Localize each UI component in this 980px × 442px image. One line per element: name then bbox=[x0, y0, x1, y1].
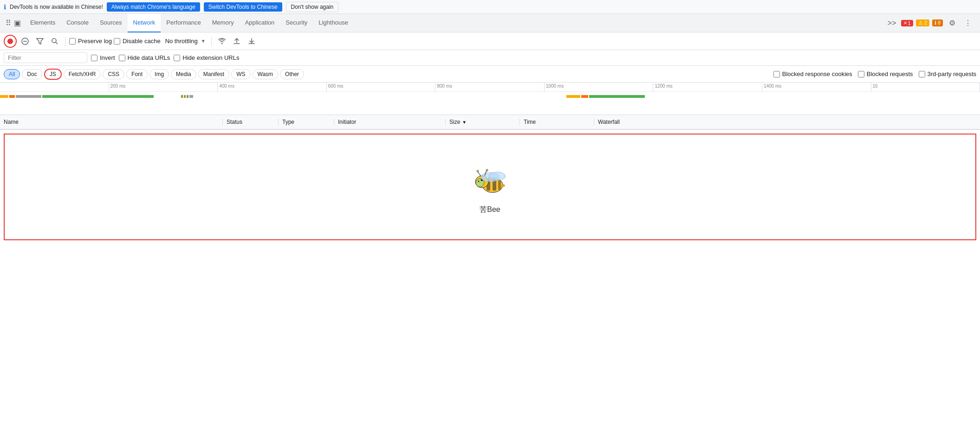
warn-badge: ⚠ 2 bbox=[916, 19, 929, 26]
network-conditions-button[interactable] bbox=[215, 35, 228, 48]
filter-icon bbox=[36, 38, 44, 45]
tick-1200: 1200 ms bbox=[653, 83, 762, 91]
hide-extension-urls-label[interactable]: Hide extension URLs bbox=[174, 54, 239, 61]
blocked-response-cookies-label[interactable]: Blocked response cookies bbox=[773, 70, 852, 77]
timeline-bars bbox=[0, 93, 980, 114]
blocked-requests-checkbox[interactable] bbox=[858, 71, 864, 77]
svg-rect-12 bbox=[187, 95, 188, 98]
invert-label[interactable]: Invert bbox=[91, 54, 115, 61]
sort-arrow-icon: ▼ bbox=[462, 120, 467, 125]
match-language-button[interactable]: Always match Chrome's language bbox=[107, 2, 200, 12]
svg-line-4 bbox=[56, 42, 58, 44]
record-icon bbox=[7, 38, 13, 44]
timeline-svg bbox=[0, 93, 980, 114]
filter-media[interactable]: Media bbox=[171, 69, 196, 79]
info-badge: ℹ 8 bbox=[932, 19, 943, 26]
dock-icon[interactable]: ▣ bbox=[14, 19, 21, 27]
type-filter-row: All Doc JS Fetch/XHR CSS Font Img Media … bbox=[0, 66, 980, 83]
devtools-grid-icon[interactable]: ⠿ bbox=[6, 19, 11, 27]
invert-checkbox[interactable] bbox=[91, 55, 97, 61]
error-badge: ✕ 1 bbox=[901, 20, 913, 26]
tab-bar-right: >> ✕ 1 ⚠ 2 ℹ 8 ⚙ ⋮ bbox=[886, 17, 978, 30]
tab-lighthouse[interactable]: Lighthouse bbox=[313, 14, 354, 32]
svg-line-31 bbox=[478, 172, 481, 176]
tab-performance[interactable]: Performance bbox=[161, 14, 206, 32]
col-header-initiator[interactable]: Initiator bbox=[334, 119, 446, 125]
svg-point-27 bbox=[478, 180, 479, 182]
filter-row: Invert Hide data URLs Hide extension URL… bbox=[0, 50, 980, 66]
svg-rect-21 bbox=[498, 180, 501, 190]
svg-point-5 bbox=[221, 43, 222, 44]
filter-img[interactable]: Img bbox=[149, 69, 169, 79]
timeline-ruler: 200 ms 400 ms 600 ms 800 ms 1000 ms 1200… bbox=[0, 83, 980, 92]
tab-application[interactable]: Application bbox=[240, 14, 280, 32]
settings-button[interactable]: ⚙ bbox=[946, 17, 959, 30]
filter-all[interactable]: All bbox=[4, 69, 20, 79]
info-icon: ℹ bbox=[4, 3, 6, 11]
tab-security[interactable]: Security bbox=[280, 14, 313, 32]
svg-rect-13 bbox=[189, 95, 193, 98]
preserve-log-label[interactable]: Preserve log bbox=[69, 38, 112, 45]
col-header-name[interactable]: Name bbox=[0, 119, 223, 125]
svg-rect-8 bbox=[16, 95, 41, 98]
disable-cache-checkbox[interactable] bbox=[114, 38, 120, 45]
svg-rect-14 bbox=[566, 95, 580, 98]
hide-data-urls-label[interactable]: Hide data URLs bbox=[119, 54, 170, 61]
tab-sources[interactable]: Sources bbox=[94, 14, 128, 32]
filter-js[interactable]: JS bbox=[44, 69, 62, 80]
tab-elements[interactable]: Elements bbox=[25, 14, 61, 32]
tick-1400: 1400 ms bbox=[762, 83, 871, 91]
tick-200: 200 ms bbox=[109, 83, 218, 91]
more-tabs-button[interactable]: >> bbox=[886, 19, 898, 27]
clear-icon bbox=[21, 38, 29, 45]
devtools-icons: ⠿ ▣ bbox=[2, 19, 25, 27]
notification-bar: ℹ DevTools is now available in Chinese! … bbox=[0, 0, 980, 14]
tab-network[interactable]: Network bbox=[128, 14, 161, 32]
blocked-response-cookies-checkbox[interactable] bbox=[773, 71, 780, 77]
filter-doc[interactable]: Doc bbox=[22, 69, 42, 79]
blocked-requests-label[interactable]: Blocked requests bbox=[858, 70, 913, 77]
filter-css[interactable]: CSS bbox=[103, 69, 124, 79]
tick-1000: 1000 ms bbox=[545, 83, 654, 91]
hide-data-urls-checkbox[interactable] bbox=[119, 55, 125, 61]
filter-wasm[interactable]: Wasm bbox=[253, 69, 279, 79]
filter-ws[interactable]: WS bbox=[231, 69, 250, 79]
clear-button[interactable] bbox=[19, 35, 32, 48]
filter-manifest[interactable]: Manifest bbox=[198, 69, 229, 79]
tab-console[interactable]: Console bbox=[61, 14, 94, 32]
col-header-status[interactable]: Status bbox=[223, 119, 279, 125]
svg-rect-15 bbox=[581, 95, 588, 98]
search-button[interactable] bbox=[48, 35, 61, 48]
empty-state-container: 苦Bee bbox=[4, 134, 976, 240]
disable-cache-label[interactable]: Disable cache bbox=[114, 38, 161, 45]
preserve-log-checkbox[interactable] bbox=[69, 38, 76, 45]
import-button[interactable] bbox=[230, 35, 243, 48]
filter-fetch-xhr[interactable]: Fetch/XHR bbox=[64, 69, 101, 79]
divider bbox=[65, 37, 65, 46]
timeline-area: 200 ms 400 ms 600 ms 800 ms 1000 ms 1200… bbox=[0, 83, 980, 115]
col-header-waterfall[interactable]: Waterfall bbox=[594, 119, 980, 125]
filter-input[interactable] bbox=[4, 52, 87, 63]
throttle-select[interactable]: No throttling bbox=[162, 37, 208, 45]
col-header-time[interactable]: Time bbox=[520, 119, 594, 125]
switch-chinese-button[interactable]: Switch DevTools to Chinese bbox=[204, 2, 282, 12]
record-button[interactable] bbox=[4, 35, 17, 48]
tick-600: 600 ms bbox=[327, 83, 436, 91]
third-party-requests-checkbox[interactable] bbox=[919, 71, 925, 77]
tick-800: 800 ms bbox=[435, 83, 545, 91]
third-party-requests-label[interactable]: 3rd-party requests bbox=[919, 70, 977, 77]
filter-other[interactable]: Other bbox=[280, 69, 304, 79]
svg-point-3 bbox=[52, 38, 56, 43]
export-button[interactable] bbox=[245, 35, 258, 48]
col-header-size[interactable]: Size ▼ bbox=[446, 119, 520, 125]
hide-extension-urls-checkbox[interactable] bbox=[174, 55, 180, 61]
filter-font[interactable]: Font bbox=[126, 69, 148, 79]
bee-graphic bbox=[462, 160, 518, 201]
svg-rect-9 bbox=[42, 95, 154, 98]
type-filter-extras: Blocked response cookies Blocked request… bbox=[773, 70, 976, 77]
col-header-type[interactable]: Type bbox=[279, 119, 334, 125]
dont-show-button[interactable]: Don't show again bbox=[286, 2, 339, 12]
more-options-button[interactable]: ⋮ bbox=[961, 17, 974, 30]
tab-memory[interactable]: Memory bbox=[207, 14, 240, 32]
filter-toggle-button[interactable] bbox=[33, 35, 46, 48]
